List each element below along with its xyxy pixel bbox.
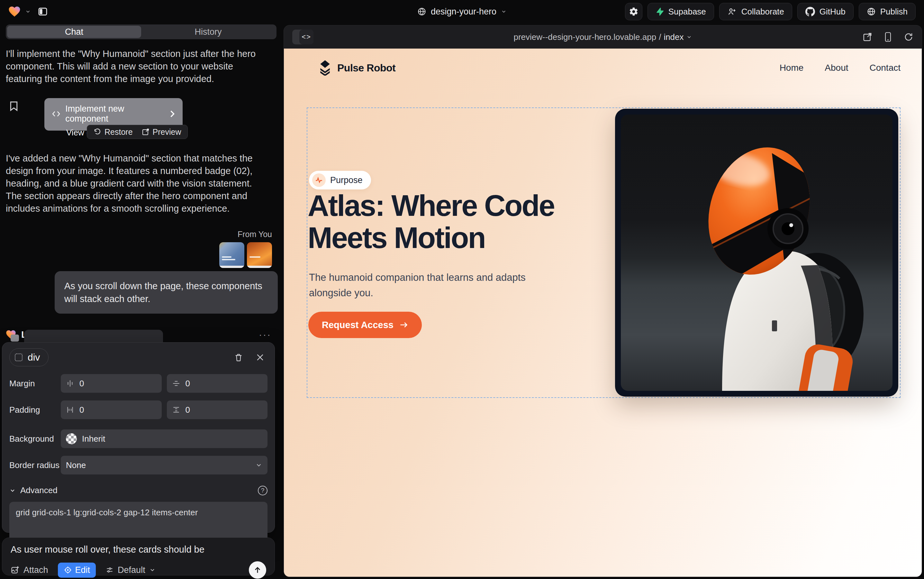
mobile-view-icon[interactable] [884, 32, 892, 42]
chevron-down-icon [686, 34, 692, 40]
action-card-row: Implement new component View code Restor… [6, 98, 276, 138]
advanced-classes-textarea[interactable]: grid grid-cols-1 lg:grid-cols-2 gap-12 i… [9, 502, 268, 541]
publish-button[interactable]: Publish [859, 3, 916, 20]
restore-icon [93, 128, 101, 136]
hero-subtitle: The humanoid companion that learns and a… [309, 270, 547, 301]
element-inspector-panel: div Margin 0 0 [2, 342, 275, 533]
publish-globe-icon [867, 7, 876, 16]
preview-window: <> preview--design-your-hero.lovable.app… [284, 25, 922, 577]
preview-button[interactable]: Preview [142, 128, 181, 137]
trash-icon[interactable] [234, 353, 243, 362]
collaborate-button[interactable]: Collaborate [719, 3, 792, 20]
assistant-message: I've added a new "Why Humanoid" section … [6, 152, 268, 215]
from-you-label: From You [238, 230, 272, 239]
preview-url-host: preview--design-your-hero.lovable.app [513, 32, 656, 42]
default-sliders-icon [106, 566, 114, 574]
code-toggle-icon: <> [299, 29, 313, 44]
code-icon [52, 110, 60, 118]
robot-image [621, 114, 893, 391]
supabase-button[interactable]: Supabase [648, 3, 714, 20]
preview-url-page: index [664, 32, 684, 42]
send-button[interactable] [249, 561, 266, 579]
site-preview: Pulse Robot Home About Contact Purpose A… [284, 49, 922, 577]
advanced-section-header[interactable]: Advanced ? [9, 486, 268, 496]
github-label: GitHub [820, 7, 846, 17]
from-you-block: From You [6, 230, 276, 268]
refresh-icon[interactable] [904, 32, 913, 42]
github-icon [805, 7, 815, 16]
nav-home[interactable]: Home [780, 63, 804, 73]
hero-robot-card [615, 109, 898, 397]
padding-x-input[interactable]: 0 [61, 401, 162, 419]
assistant-message: I'll implement the "Why Humanoid" sectio… [6, 47, 268, 85]
project-switcher[interactable]: design-your-hero [417, 0, 507, 23]
topbar: design-your-hero Supabase Collaborate Gi… [0, 0, 924, 23]
sidebar-toggle-button[interactable] [35, 4, 50, 19]
chevron-down-icon [149, 567, 156, 573]
advanced-chevron-icon [9, 487, 16, 494]
chat-mode-select[interactable]: Default [106, 565, 156, 575]
message-menu-button[interactable]: ··· [259, 329, 271, 340]
attach-button[interactable]: Attach [11, 565, 48, 575]
send-arrow-icon [253, 566, 262, 574]
restore-button[interactable]: Restore [93, 128, 133, 137]
pulse-robot-logo-icon [318, 60, 332, 75]
site-brand[interactable]: Pulse Robot [318, 60, 395, 75]
code-view-toggle[interactable]: <> [292, 29, 313, 44]
chevron-down-icon[interactable] [25, 9, 31, 15]
padding-horizontal-icon [66, 406, 74, 414]
site-nav: Home About Contact [780, 63, 901, 73]
bookmark-icon[interactable] [10, 101, 18, 111]
element-tag: div [28, 352, 40, 363]
margin-horizontal-icon [66, 379, 74, 388]
gear-icon [629, 7, 638, 16]
request-access-button[interactable]: Request Access [309, 312, 422, 338]
purpose-badge: Purpose [309, 171, 371, 190]
close-icon[interactable] [256, 353, 264, 361]
publish-label: Publish [880, 7, 908, 17]
composer-input[interactable]: As user mouse roll over, these cards sho… [11, 544, 266, 555]
nav-contact[interactable]: Contact [870, 63, 901, 73]
edit-target-icon [64, 566, 72, 574]
settings-button[interactable] [625, 3, 642, 20]
hidden-card-icon [11, 335, 19, 342]
arrow-right-icon [399, 321, 408, 329]
nav-about[interactable]: About [824, 63, 848, 73]
chevron-right-icon [170, 110, 175, 118]
help-icon[interactable]: ? [258, 486, 268, 496]
margin-x-input[interactable]: 0 [61, 374, 162, 393]
open-in-new-tab-icon[interactable] [863, 32, 872, 42]
element-box-icon [15, 353, 23, 361]
purpose-badge-label: Purpose [330, 175, 362, 185]
pulse-icon [315, 176, 323, 184]
globe-icon [417, 7, 426, 16]
edit-mode-chip[interactable]: Edit [58, 563, 96, 578]
background-input[interactable]: Inherit [61, 429, 268, 448]
supabase-label: Supabase [668, 7, 706, 17]
user-message-bubble: As you scroll down the page, these compo… [55, 271, 278, 314]
supabase-icon [656, 7, 664, 16]
padding-vertical-icon [172, 406, 180, 414]
border-radius-select[interactable]: None [61, 456, 268, 474]
tab-chat[interactable]: Chat [7, 26, 141, 38]
preview-url[interactable]: preview--design-your-hero.lovable.app / … [513, 32, 692, 42]
background-label: Background [9, 434, 61, 444]
collaborate-icon [727, 7, 737, 16]
chat-composer[interactable]: As user mouse roll over, these cards sho… [2, 538, 275, 576]
chevron-down-icon [255, 461, 262, 469]
selected-element-pill[interactable]: div [9, 348, 49, 366]
transparency-icon [66, 433, 77, 444]
chat-history-tabs: Chat History [6, 25, 276, 39]
attachment-thumbnail-orange[interactable] [247, 242, 272, 268]
hero-heading: Atlas: Where Code Meets Motion [308, 190, 554, 254]
github-button[interactable]: GitHub [797, 3, 854, 20]
open-preview-icon [142, 128, 150, 136]
margin-y-input[interactable]: 0 [167, 374, 268, 393]
border-radius-label: Border radius [9, 460, 61, 470]
action-card-title: Implement new component [65, 104, 160, 124]
lovable-heart-icon[interactable] [8, 6, 21, 17]
attachment-thumbnail-blue[interactable] [219, 242, 244, 268]
tab-history[interactable]: History [141, 26, 275, 38]
padding-y-input[interactable]: 0 [167, 401, 268, 419]
preview-toolbar: <> preview--design-your-hero.lovable.app… [284, 25, 922, 49]
